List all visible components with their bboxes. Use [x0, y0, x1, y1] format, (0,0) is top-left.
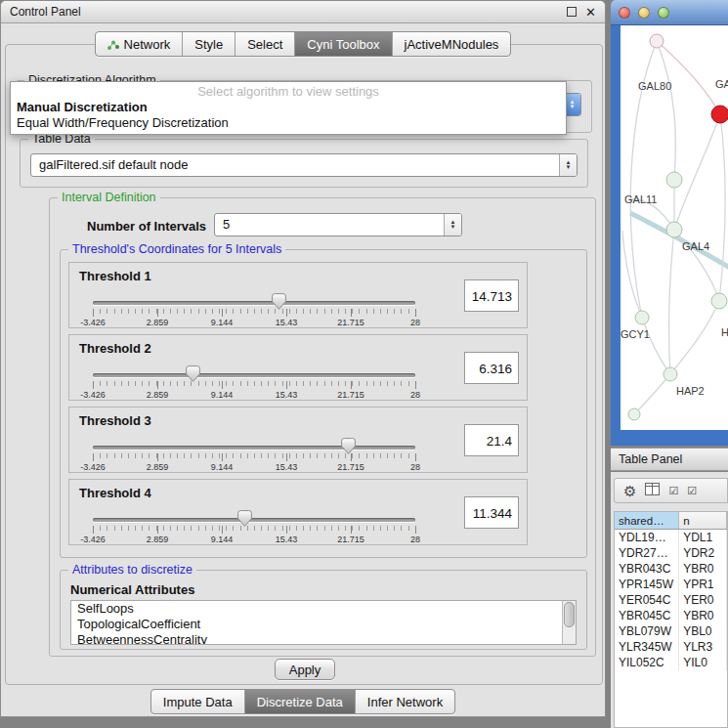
- threshold-value-field[interactable]: 14.713: [464, 279, 519, 312]
- table-cell[interactable]: YBR043C: [615, 561, 679, 577]
- table-cell[interactable]: YPR145W: [615, 577, 679, 592]
- threshold-value-field[interactable]: 6.316: [464, 352, 519, 384]
- number-of-intervals-combo[interactable]: 5 ▲ ▼: [214, 213, 462, 236]
- network-node[interactable]: [635, 311, 649, 324]
- slider-scale-label: 21.715: [337, 318, 364, 327]
- network-edge[interactable]: [719, 114, 725, 301]
- slider-track[interactable]: [93, 301, 415, 305]
- column-header[interactable]: shared…: [615, 512, 679, 530]
- dropdown-hint: Select algorithm to view settings: [11, 84, 566, 100]
- tab-style[interactable]: Style: [183, 32, 236, 56]
- network-window-titlebar[interactable]: [611, 0, 728, 25]
- table-cell[interactable]: YLR345W: [615, 639, 679, 655]
- network-canvas[interactable]: GAL80GAL8GAL11GAL4GCY1HHAP2: [621, 25, 728, 430]
- network-edge[interactable]: [669, 230, 674, 374]
- table-row[interactable]: YIL052CYIL0: [615, 655, 727, 670]
- network-node[interactable]: [711, 293, 727, 309]
- network-edge[interactable]: [642, 318, 670, 374]
- list-item[interactable]: TopologicalCoefficient: [71, 617, 576, 632]
- list-item[interactable]: BetweennessCentrality: [71, 632, 576, 645]
- select-all-checkbox-icon[interactable]: ☑: [668, 486, 678, 496]
- table-data-combo[interactable]: galFiltered.sif default node ▲ ▼: [30, 153, 578, 177]
- network-edge[interactable]: [634, 374, 670, 414]
- apply-button[interactable]: Apply: [275, 659, 335, 680]
- network-node[interactable]: [664, 367, 677, 381]
- network-edge[interactable]: [674, 114, 720, 230]
- slider-track[interactable]: [93, 446, 415, 450]
- tab-cyni-toolbox[interactable]: Cyni Toolbox: [295, 32, 392, 56]
- slider-thumb[interactable]: [272, 293, 286, 310]
- table-cell[interactable]: YDL1: [679, 530, 727, 546]
- threshold-slider[interactable]: -3.4262.8599.14415.4321.71528: [93, 363, 415, 400]
- table-cell[interactable]: YBR0: [679, 561, 727, 577]
- table-row[interactable]: YPR145WYPR1: [615, 577, 727, 592]
- network-edge[interactable]: [657, 41, 675, 180]
- slider-track[interactable]: [93, 518, 415, 522]
- table-panel-titlebar[interactable]: Table Panel: [611, 448, 728, 471]
- control-panel-titlebar[interactable]: Control Panel ✕: [1, 1, 605, 23]
- tab-jactivemnodules[interactable]: jActiveMNodules: [393, 32, 511, 56]
- table-cell[interactable]: YIL052C: [615, 655, 679, 670]
- combo-stepper-icon[interactable]: ▲ ▼: [559, 154, 577, 176]
- gear-icon[interactable]: ⚙: [623, 484, 636, 498]
- network-node[interactable]: [628, 408, 640, 420]
- table-cell[interactable]: YBR0: [679, 608, 727, 623]
- network-node[interactable]: [650, 34, 664, 48]
- threshold-value-field[interactable]: 11.344: [464, 496, 519, 529]
- table-cell[interactable]: YER0: [679, 592, 727, 608]
- close-traffic-light-icon[interactable]: [619, 7, 630, 19]
- threshold-value-field[interactable]: 21.4: [464, 424, 519, 456]
- table-row[interactable]: YDR27…YDR2: [615, 545, 727, 561]
- network-node[interactable]: [711, 106, 728, 123]
- network-node[interactable]: [666, 172, 682, 188]
- column-header[interactable]: n: [679, 512, 727, 530]
- network-edge[interactable]: [630, 213, 728, 268]
- table-row[interactable]: YBR045CYBR0: [615, 608, 727, 623]
- slider-track[interactable]: [93, 373, 415, 377]
- tab-select[interactable]: Select: [236, 32, 295, 56]
- threshold-slider[interactable]: -3.4262.8599.14415.4321.71528: [93, 507, 415, 544]
- zoom-traffic-light-icon[interactable]: [658, 7, 669, 19]
- slider-thumb[interactable]: [237, 510, 252, 527]
- columns-icon[interactable]: [645, 482, 660, 499]
- algorithm-option[interactable]: Manual Discretization: [11, 100, 566, 115]
- table-cell[interactable]: YDR27…: [615, 545, 679, 561]
- tab-impute-data[interactable]: Impute Data: [151, 690, 245, 713]
- slider-thumb[interactable]: [341, 438, 356, 454]
- table-cell[interactable]: YBL0: [679, 623, 727, 639]
- table-row[interactable]: YBR043CYBR0: [615, 561, 727, 577]
- table-cell[interactable]: YPR1: [679, 577, 727, 592]
- network-edge[interactable]: [670, 301, 719, 374]
- network-node[interactable]: [666, 222, 682, 237]
- table-row[interactable]: YER054CYER0: [615, 592, 727, 608]
- table-cell[interactable]: YLR3: [679, 639, 727, 655]
- tab-discretize-data[interactable]: Discretize Data: [245, 690, 356, 713]
- scrollbar-thumb[interactable]: [564, 602, 575, 627]
- maximize-icon[interactable]: [567, 7, 577, 17]
- slider-thumb[interactable]: [186, 365, 200, 382]
- table-row[interactable]: YBL079WYBL0: [615, 623, 727, 639]
- minimize-traffic-light-icon[interactable]: [638, 7, 650, 19]
- network-edge[interactable]: [657, 41, 720, 114]
- list-scrollbar[interactable]: [562, 601, 576, 644]
- threshold-label: Threshold 4: [79, 486, 151, 500]
- table-cell[interactable]: YBL079W: [615, 623, 679, 639]
- threshold-slider[interactable]: -3.4262.8599.14415.4321.71528: [93, 290, 415, 327]
- list-item[interactable]: SelfLoops: [71, 601, 576, 617]
- table-cell[interactable]: YDL19…: [615, 530, 679, 546]
- close-icon[interactable]: ✕: [585, 6, 596, 19]
- table-cell[interactable]: YER054C: [615, 592, 679, 608]
- table-row[interactable]: YDL19…YDL1: [615, 530, 727, 546]
- select-none-checkbox-icon[interactable]: ☑: [687, 486, 697, 496]
- combo-stepper-icon[interactable]: ▲ ▼: [444, 214, 461, 236]
- tab-network[interactable]: Network: [96, 32, 184, 56]
- slider-scale-label: 2.859: [147, 390, 169, 400]
- algorithm-option[interactable]: Equal Width/Frequency Discretization: [11, 115, 566, 131]
- numerical-attributes-list[interactable]: SelfLoopsTopologicalCoefficientBetweenne…: [70, 600, 577, 645]
- table-cell[interactable]: YIL0: [679, 655, 727, 670]
- table-cell[interactable]: YDR2: [679, 545, 727, 561]
- tab-infer-network[interactable]: Infer Network: [356, 690, 454, 713]
- table-row[interactable]: YLR345WYLR3: [615, 639, 727, 655]
- threshold-slider[interactable]: -3.4262.8599.14415.4321.71528: [93, 435, 415, 472]
- table-cell[interactable]: YBR045C: [615, 608, 679, 623]
